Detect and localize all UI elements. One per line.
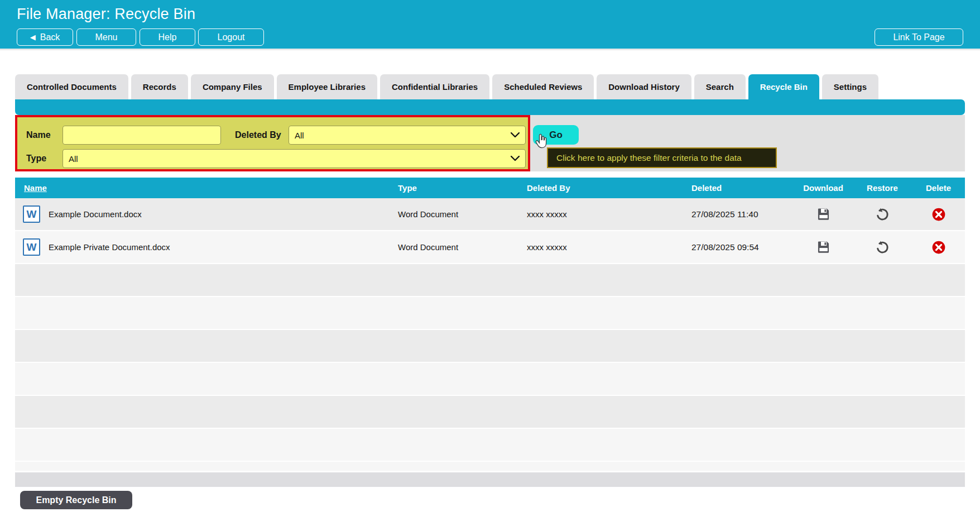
deleted-by-select-value: All xyxy=(295,131,304,140)
download-icon[interactable] xyxy=(794,240,853,255)
file-name[interactable]: Example Private Document.docx xyxy=(49,242,170,252)
tab-records[interactable]: Records xyxy=(131,74,188,99)
empty-recycle-bin-button[interactable]: Empty Recycle Bin xyxy=(20,491,132,509)
table-row: W Example Document.docx Word Document xx… xyxy=(15,198,965,230)
column-header-deleted: Deleted xyxy=(691,183,794,193)
name-filter-input[interactable] xyxy=(63,126,221,145)
filter-panel: Name Deleted By All Type All Go Click he… xyxy=(15,115,965,171)
type-select-value: All xyxy=(69,154,78,164)
tab-recycle-bin[interactable]: Recycle Bin xyxy=(748,74,819,99)
empty-row xyxy=(15,396,965,428)
empty-row xyxy=(15,462,965,471)
back-arrow-icon: ◀ xyxy=(30,34,36,41)
empty-row xyxy=(15,363,965,395)
restore-icon[interactable] xyxy=(853,240,912,255)
file-name[interactable]: Example Document.docx xyxy=(49,209,142,219)
restore-icon[interactable] xyxy=(853,207,912,222)
header: File Manager: Recycle Bin ◀ Back Menu He… xyxy=(0,0,980,50)
tab-controlled-documents[interactable]: Controlled Documents xyxy=(15,74,128,99)
file-type: Word Document xyxy=(398,209,527,219)
link-to-page-label: Link To Page xyxy=(893,32,944,42)
column-header-restore: Restore xyxy=(867,183,898,193)
table-row: W Example Private Document.docx Word Doc… xyxy=(15,231,965,263)
page-title: File Manager: Recycle Bin xyxy=(17,6,195,23)
empty-row xyxy=(15,330,965,362)
hand-pointer-icon xyxy=(535,133,548,150)
deleted-by-filter-label: Deleted By xyxy=(235,126,281,145)
word-document-icon: W xyxy=(23,238,40,256)
menu-button[interactable]: Menu xyxy=(76,28,136,46)
download-icon[interactable] xyxy=(794,207,853,222)
column-header-deleted-by: Deleted By xyxy=(527,183,691,193)
back-button-label: Back xyxy=(40,32,60,42)
tooltip: Click here to apply these filter criteri… xyxy=(547,147,777,168)
type-filter-label: Type xyxy=(26,149,46,168)
logout-button-label: Logout xyxy=(218,32,245,42)
column-header-delete: Delete xyxy=(926,183,951,193)
tab-employee-libraries[interactable]: Employee Libraries xyxy=(277,74,377,99)
logout-button[interactable]: Logout xyxy=(198,28,264,46)
deleted-date: 27/08/2025 09:54 xyxy=(691,242,794,252)
chevron-down-icon xyxy=(511,156,520,161)
active-tab-strip xyxy=(15,99,965,115)
back-button[interactable]: ◀ Back xyxy=(17,28,73,46)
delete-icon[interactable] xyxy=(912,240,965,255)
tab-company-files[interactable]: Company Files xyxy=(191,74,274,99)
filter-highlight-box: Name Deleted By All Type All xyxy=(15,115,530,171)
tab-scheduled-reviews[interactable]: Scheduled Reviews xyxy=(492,74,594,99)
help-button-label: Help xyxy=(158,32,177,42)
name-filter-label: Name xyxy=(26,126,51,145)
deleted-by-value: xxxx xxxxx xyxy=(527,242,691,252)
menu-button-label: Menu xyxy=(95,32,117,42)
delete-icon[interactable] xyxy=(912,207,965,222)
type-select[interactable]: All xyxy=(63,149,526,168)
help-button[interactable]: Help xyxy=(140,28,195,46)
tab-confidential-libraries[interactable]: Confidential Libraries xyxy=(380,74,489,99)
table-footer-band xyxy=(15,472,965,487)
table-header: Name Type Deleted By Deleted Download Re… xyxy=(15,178,965,198)
chevron-down-icon xyxy=(511,132,520,138)
tab-settings[interactable]: Settings xyxy=(822,74,878,99)
deleted-date: 27/08/2025 11:40 xyxy=(691,209,794,219)
tab-search[interactable]: Search xyxy=(694,74,746,99)
deleted-by-value: xxxx xxxxx xyxy=(527,209,691,219)
empty-row xyxy=(15,297,965,329)
link-to-page-button[interactable]: Link To Page xyxy=(875,28,963,46)
file-type: Word Document xyxy=(398,242,527,252)
column-header-type: Type xyxy=(398,183,527,193)
app-root: File Manager: Recycle Bin ◀ Back Menu He… xyxy=(0,0,980,526)
empty-row xyxy=(15,264,965,296)
empty-row xyxy=(15,429,965,461)
tab-bar: Controlled Documents Records Company Fil… xyxy=(15,74,878,99)
deleted-by-select[interactable]: All xyxy=(289,126,526,145)
column-header-name[interactable]: Name xyxy=(15,183,398,193)
column-header-download: Download xyxy=(803,183,843,193)
word-document-icon: W xyxy=(23,205,40,223)
tab-download-history[interactable]: Download History xyxy=(597,74,691,99)
